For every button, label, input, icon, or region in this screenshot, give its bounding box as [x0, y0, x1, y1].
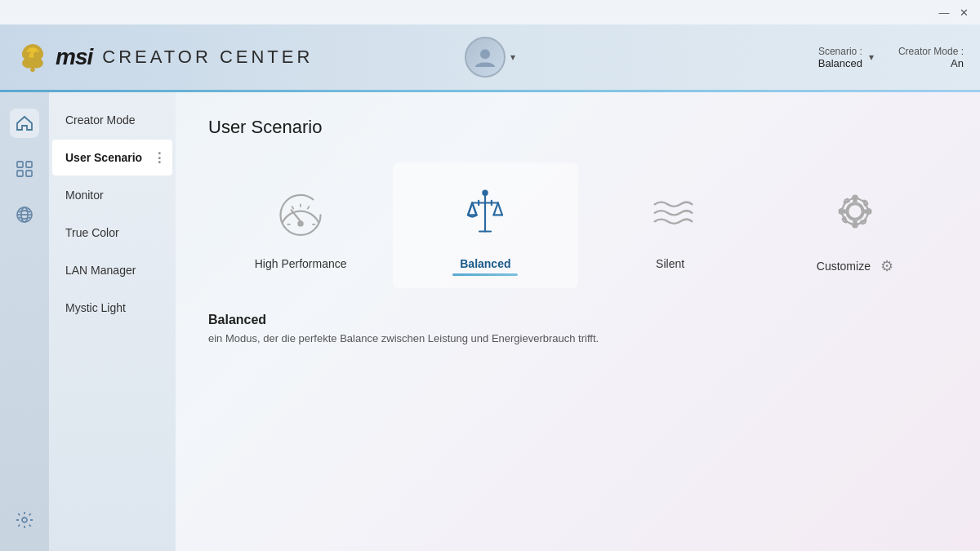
sidebar-rail-settings[interactable]	[10, 505, 39, 535]
header: msi CREATOR CENTER ▾ Scenario : Balanced…	[0, 24, 980, 90]
close-button[interactable]: ✕	[954, 2, 973, 22]
balanced-label-row: Balanced	[460, 257, 510, 270]
sidebar-rail-apps[interactable]	[10, 154, 39, 184]
balanced-underline	[452, 273, 518, 276]
svg-rect-4	[26, 171, 32, 176]
svg-line-22	[473, 203, 477, 216]
user-section: ▾	[465, 37, 515, 78]
sidebar-rail-home[interactable]	[10, 109, 39, 138]
creator-mode-info: Creator Mode : An	[898, 46, 964, 69]
sidebar-dots: ⋮	[153, 150, 166, 166]
sidebar-item-creator-mode[interactable]: Creator Mode	[52, 102, 172, 138]
balanced-icon	[452, 179, 518, 244]
svg-point-8	[22, 518, 27, 522]
scenario-card-high-performance[interactable]: High Performance	[208, 162, 393, 288]
customize-settings-icon[interactable]: ⚙	[880, 257, 893, 275]
sidebar-item-lan-manager[interactable]: LAN Manager	[52, 252, 172, 288]
sidebar-menu: Creator Mode User Scenario ⋮ Monitor Tru…	[49, 92, 176, 551]
svg-point-19	[483, 191, 488, 195]
sidebar-rail-network[interactable]	[10, 200, 39, 229]
creator-mode-value: An	[898, 57, 964, 69]
svg-line-24	[498, 203, 502, 216]
title-bar: — ✕	[0, 0, 980, 24]
scenario-description: Balanced ein Modus, der die perfekte Bal…	[208, 304, 947, 353]
dragon-icon	[16, 41, 49, 73]
user-avatar[interactable]	[465, 37, 506, 78]
header-right-section: Scenario : Balanced ▾ Creator Mode : An	[818, 46, 964, 69]
customize-label: Customize	[817, 260, 871, 273]
svg-point-9	[281, 195, 321, 235]
silent-label: Silent	[656, 257, 684, 270]
scenario-card-balanced[interactable]: Balanced	[393, 162, 577, 288]
scenario-cards: High Performance	[208, 162, 947, 288]
scenario-info: Scenario : Balanced	[818, 46, 862, 69]
avatar-dropdown-arrow[interactable]: ▾	[510, 51, 515, 63]
msi-logo-text: msi	[56, 44, 92, 70]
silent-icon	[638, 179, 703, 244]
sidebar-rail	[0, 92, 49, 551]
scenario-label: Scenario :	[818, 46, 862, 57]
svg-line-21	[468, 203, 472, 216]
scenario-value: Balanced	[818, 57, 862, 69]
app-name-text: CREATOR CENTER	[102, 47, 313, 68]
svg-point-0	[480, 49, 490, 59]
app-logo: msi CREATOR CENTER	[16, 41, 313, 73]
svg-line-23	[494, 203, 498, 216]
scenario-card-silent[interactable]: Silent	[578, 162, 763, 288]
minimize-button[interactable]: —	[934, 2, 954, 22]
description-text: ein Modus, der die perfekte Balance zwis…	[208, 332, 947, 344]
main-content: User Scenario High Perform	[176, 92, 980, 551]
scenario-dropdown-arrow[interactable]: ▾	[869, 51, 874, 63]
svg-rect-2	[26, 162, 32, 167]
sidebar-item-monitor[interactable]: Monitor	[52, 177, 172, 213]
page-title: User Scenario	[208, 117, 947, 138]
svg-line-15	[292, 207, 294, 209]
svg-point-29	[848, 204, 862, 219]
scenario-card-customize[interactable]: Customize ⚙	[763, 162, 947, 288]
high-performance-icon	[268, 179, 333, 244]
customize-label-row: Customize ⚙	[817, 257, 893, 275]
svg-rect-3	[17, 171, 23, 176]
sidebar-item-true-color[interactable]: True Color	[52, 215, 172, 251]
high-performance-label: High Performance	[255, 257, 347, 270]
sidebar-item-mystic-light[interactable]: Mystic Light	[52, 290, 172, 326]
creator-mode-label: Creator Mode :	[898, 46, 964, 57]
svg-line-16	[308, 207, 310, 209]
customize-icon	[822, 179, 888, 244]
svg-point-30	[846, 203, 863, 220]
balanced-label: Balanced	[460, 257, 510, 270]
description-title: Balanced	[208, 313, 947, 327]
sidebar-item-user-scenario[interactable]: User Scenario ⋮	[52, 140, 172, 176]
svg-rect-1	[17, 162, 23, 167]
